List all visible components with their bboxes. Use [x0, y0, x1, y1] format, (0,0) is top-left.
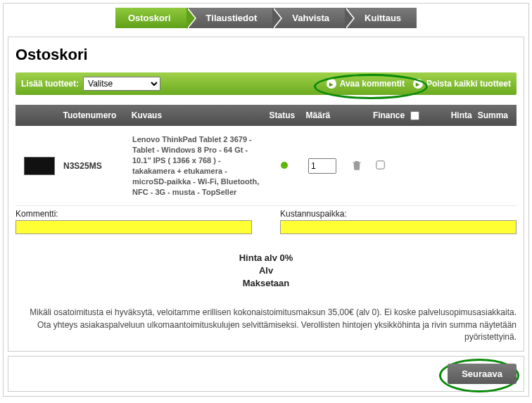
total-payable: Maksetaan: [15, 278, 517, 288]
open-comments-label: Avaa kommentit: [340, 79, 405, 89]
costcenter-input[interactable]: [280, 220, 517, 234]
step-receipt[interactable]: Kuittaus: [345, 8, 417, 28]
disclaimer-text: Mikäli osatoimitusta ei hyväksytä, veloi…: [15, 307, 517, 343]
header-status: Status: [261, 109, 303, 122]
table-header: Tuotenumero Kuvaus Status Määrä Finance …: [15, 105, 517, 126]
header-sum: Summa: [475, 109, 511, 122]
totals-block: Hinta alv 0% Alv Maksetaan: [15, 252, 517, 288]
finance-row-checkbox[interactable]: [376, 161, 384, 169]
trash-icon[interactable]: [350, 158, 363, 172]
arrow-right-icon: ▸: [413, 79, 423, 89]
remove-all-link[interactable]: ▸ Poista kaikki tuotteet: [413, 79, 511, 89]
footer-bar: Seuraava: [8, 356, 524, 392]
add-products-select[interactable]: Valitse: [83, 77, 160, 91]
row-sum: [479, 165, 511, 167]
add-products-label: Lisää tuotteet:: [21, 79, 79, 89]
step-orderinfo[interactable]: Tilaustiedot: [186, 8, 273, 28]
action-bar: Lisää tuotteet: Valitse ▸ Avaa kommentit…: [15, 72, 517, 95]
status-indicator-icon: [281, 162, 288, 169]
progress-steps: Ostoskori Tilaustiedot Vahvista Kuittaus: [4, 4, 528, 32]
product-thumbnail: [24, 157, 55, 175]
row-price: [429, 165, 479, 167]
costcenter-label: Kustannuspaikka:: [280, 209, 347, 219]
header-desc: Kuvaus: [129, 109, 261, 122]
comment-input[interactable]: [15, 220, 252, 234]
total-ex-vat: Hinta alv 0%: [15, 252, 517, 263]
header-sku: Tuotenumero: [61, 109, 129, 122]
product-sku: N3S25MS: [61, 160, 129, 172]
header-qty: Määrä: [303, 109, 346, 122]
finance-all-checkbox[interactable]: [410, 111, 419, 120]
total-vat: Alv: [15, 265, 517, 276]
page-title: Ostoskori: [15, 46, 517, 64]
comments-row: Kommentti: Kustannuspaikka:: [15, 209, 517, 234]
remove-all-label: Poista kaikki tuotteet: [426, 79, 511, 89]
header-price: Hinta: [426, 109, 474, 122]
next-button[interactable]: Seuraava: [448, 364, 517, 384]
arrow-right-icon: ▸: [327, 79, 336, 89]
open-comments-link[interactable]: ▸ Avaa kommentit: [327, 79, 405, 89]
quantity-input[interactable]: [308, 158, 336, 174]
product-description: Lenovo ThinkPad Tablet 2 3679 - Tablet -…: [129, 133, 263, 198]
table-row: N3S25MS Lenovo ThinkPad Tablet 2 3679 - …: [15, 126, 517, 206]
step-cart[interactable]: Ostoskori: [115, 8, 186, 28]
header-finance: Finance: [370, 109, 426, 122]
comment-label: Kommentti:: [15, 209, 58, 219]
step-confirm[interactable]: Vahvista: [272, 8, 345, 28]
